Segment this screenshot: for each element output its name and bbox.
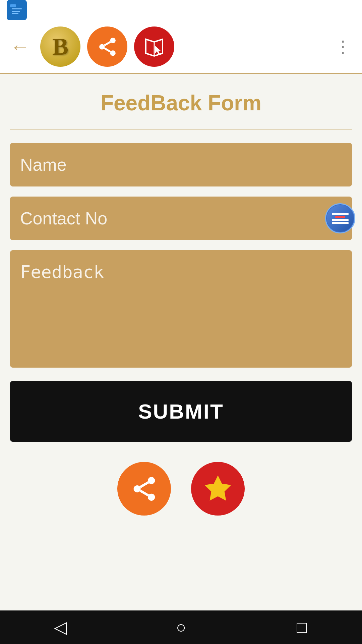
svg-line-8 [104,48,110,52]
svg-point-12 [148,477,155,484]
svg-point-5 [110,38,115,43]
svg-rect-3 [12,11,20,12]
main-content: FeedBack Form SUBMIT [0,74,362,610]
svg-line-16 [140,482,148,487]
svg-line-15 [140,490,148,495]
app-icon [7,0,27,20]
name-input[interactable] [10,143,352,186]
nav-back-button[interactable]: ◁ [47,614,74,641]
nav-book-button[interactable] [134,26,174,67]
svg-rect-1 [10,4,16,7]
nav-recent-button[interactable]: □ [288,614,315,641]
bottom-star-button[interactable] [191,462,245,516]
svg-marker-11 [155,46,161,55]
svg-rect-4 [12,13,18,14]
svg-line-9 [104,42,110,45]
bottom-navigation: ◁ ○ □ [0,610,362,644]
nav-bar: ← B ⋮ [0,20,362,74]
svg-marker-17 [205,476,231,500]
bottom-star-icon [203,474,233,504]
nav-home-button[interactable]: ○ [168,614,194,641]
form-title: FeedBack Form [10,74,352,129]
svg-point-6 [99,44,105,49]
feedback-input[interactable] [10,250,352,368]
share-icon [97,36,118,58]
nav-b-button[interactable]: B [40,26,80,67]
status-bar [0,0,362,20]
back-button[interactable]: ← [10,35,30,58]
book-icon [142,36,166,58]
contact-field-wrapper [10,197,352,240]
nav-share-button[interactable] [87,26,127,67]
svg-point-14 [148,493,155,500]
svg-rect-2 [12,8,22,9]
bottom-share-icon [130,475,159,503]
tooltip-overlay [325,203,355,233]
svg-point-13 [133,485,140,492]
menu-button[interactable]: ⋮ [335,37,352,56]
submit-button[interactable]: SUBMIT [10,381,352,442]
svg-point-7 [110,50,115,56]
contact-input[interactable] [10,197,352,240]
bottom-action-icons [10,442,352,529]
bottom-share-button[interactable] [117,462,171,516]
